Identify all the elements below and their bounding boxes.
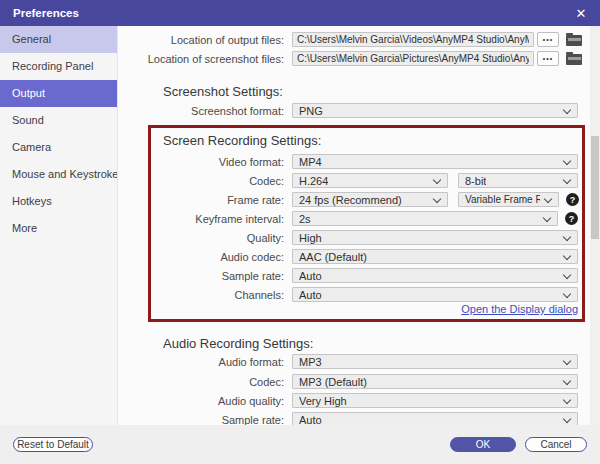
chevron-down-icon xyxy=(563,233,571,241)
browse-output-button[interactable]: ••• xyxy=(537,32,559,47)
sample-rate-row: Sample rate: Auto xyxy=(118,268,578,283)
audio-rec-codec-row: Codec: MP3 (Default) xyxy=(118,374,578,389)
chevron-down-icon xyxy=(433,176,441,184)
channels-label: Channels: xyxy=(118,289,284,301)
audio-quality-label: Audio quality: xyxy=(118,395,284,407)
video-format-row: Video format: MP4 xyxy=(118,154,578,169)
chevron-down-icon xyxy=(563,271,571,279)
sidebar-item-camera[interactable]: Camera xyxy=(0,134,117,161)
keyframe-interval-help-icon[interactable]: ? xyxy=(565,212,578,225)
output-settings-panel: Location of output files: ••• Location o… xyxy=(118,26,600,425)
audio-sample-rate-dropdown[interactable]: Auto xyxy=(292,412,578,425)
frame-rate-row: Frame rate: 24 fps (Recommend) Variable … xyxy=(118,192,579,207)
audio-rec-codec-value: MP3 (Default) xyxy=(299,376,367,388)
audio-format-label: Audio format: xyxy=(118,356,284,368)
browse-screenshot-button[interactable]: ••• xyxy=(537,51,559,66)
keyframe-interval-row: Keyframe interval: 2s ? xyxy=(118,211,578,226)
audio-format-dropdown[interactable]: MP3 xyxy=(292,354,578,369)
ok-button[interactable]: OK xyxy=(450,437,516,452)
keyframe-interval-value: 2s xyxy=(299,213,311,225)
audio-format-row: Audio format: MP3 xyxy=(118,354,578,369)
chevron-down-icon xyxy=(563,176,571,184)
sample-rate-dropdown[interactable]: Auto xyxy=(292,268,578,283)
screenshot-format-dropdown[interactable]: PNG xyxy=(292,103,578,118)
chevron-down-icon xyxy=(433,195,441,203)
channels-dropdown[interactable]: Auto xyxy=(292,287,578,302)
output-location-label: Location of output files: xyxy=(118,34,284,46)
chevron-down-icon xyxy=(563,357,571,365)
chevron-down-icon xyxy=(543,214,551,222)
frame-rate-value: 24 fps (Recommend) xyxy=(299,194,402,206)
sidebar-item-general[interactable]: General xyxy=(0,26,117,53)
channels-row: Channels: Auto xyxy=(118,287,578,302)
video-format-value: MP4 xyxy=(299,156,322,168)
audio-sample-rate-value: Auto xyxy=(299,414,322,426)
video-format-dropdown[interactable]: MP4 xyxy=(292,154,578,169)
frame-rate-dropdown[interactable]: 24 fps (Recommend) xyxy=(292,192,448,207)
keyframe-interval-dropdown[interactable]: 2s xyxy=(292,211,558,226)
audio-codec-row: Audio codec: AAC (Default) xyxy=(118,249,578,264)
sample-rate-label: Sample rate: xyxy=(118,270,284,282)
audio-rec-codec-dropdown[interactable]: MP3 (Default) xyxy=(292,374,578,389)
audio-sample-rate-label: Sample rate: xyxy=(118,414,284,426)
keyframe-interval-label: Keyframe interval: xyxy=(118,213,284,225)
quality-row: Quality: High xyxy=(118,230,578,245)
sidebar-item-mouse-and-keystroke[interactable]: Mouse and Keystroke xyxy=(0,161,117,188)
sidebar-item-sound[interactable]: Sound xyxy=(0,107,117,134)
open-screenshot-folder-icon[interactable] xyxy=(566,54,582,65)
video-format-label: Video format: xyxy=(118,156,284,168)
preferences-dialog: Preferences ✕ General Recording Panel Ou… xyxy=(0,0,600,464)
codec-label: Codec: xyxy=(118,175,284,187)
sidebar-item-more[interactable]: More xyxy=(0,215,117,242)
sidebar-item-output[interactable]: Output xyxy=(0,80,117,107)
chevron-down-icon xyxy=(563,106,571,114)
scrollbar-thumb[interactable] xyxy=(591,136,599,239)
audio-codec-value: AAC (Default) xyxy=(299,251,367,263)
sidebar: General Recording Panel Output Sound Cam… xyxy=(0,26,118,425)
frame-rate-mode-dropdown[interactable]: Variable Frame Rate xyxy=(458,192,559,207)
sample-rate-value: Auto xyxy=(299,270,322,282)
chevron-down-icon xyxy=(563,290,571,298)
output-location-row: Location of output files: ••• xyxy=(118,32,582,47)
frame-rate-mode-value: Variable Frame Rate xyxy=(465,194,540,205)
channels-value: Auto xyxy=(299,289,322,301)
open-output-folder-icon[interactable] xyxy=(566,35,582,46)
audio-quality-dropdown[interactable]: Very High xyxy=(292,393,578,408)
codec-dropdown[interactable]: H.264 xyxy=(292,173,448,188)
audio-codec-dropdown[interactable]: AAC (Default) xyxy=(292,249,578,264)
frame-rate-label: Frame rate: xyxy=(118,194,284,206)
quality-label: Quality: xyxy=(118,232,284,244)
screenshot-format-label: Screenshot format: xyxy=(118,105,284,117)
screenshot-settings-heading: Screenshot Settings: xyxy=(163,84,283,99)
dialog-title: Preferences xyxy=(0,7,79,19)
screenshot-location-label: Location of screenshot files: xyxy=(118,53,284,65)
output-location-field[interactable] xyxy=(292,32,534,47)
quality-value: High xyxy=(299,232,322,244)
audio-format-value: MP3 xyxy=(299,356,322,368)
cancel-button[interactable]: Cancel xyxy=(525,437,587,452)
audio-sample-rate-row: Sample rate: Auto xyxy=(118,412,578,425)
frame-rate-help-icon[interactable]: ? xyxy=(566,193,579,206)
audio-quality-value: Very High xyxy=(299,395,347,407)
bit-depth-value: 8-bit xyxy=(465,175,486,187)
audio-codec-label: Audio codec: xyxy=(118,251,284,263)
open-display-dialog-link[interactable]: Open the Display dialog xyxy=(461,303,578,315)
chevron-down-icon xyxy=(563,396,571,404)
reset-to-default-button[interactable]: Reset to Default xyxy=(13,437,93,452)
codec-value: H.264 xyxy=(299,175,328,187)
chevron-down-icon xyxy=(563,157,571,165)
chevron-down-icon xyxy=(563,377,571,385)
audio-recording-settings-heading: Audio Recording Settings: xyxy=(163,336,313,351)
chevron-down-icon xyxy=(563,252,571,260)
screenshot-location-field[interactable] xyxy=(292,51,534,66)
scrollbar-track[interactable] xyxy=(590,26,600,425)
close-icon[interactable]: ✕ xyxy=(568,0,594,26)
screenshot-format-value: PNG xyxy=(299,105,323,117)
quality-dropdown[interactable]: High xyxy=(292,230,578,245)
bit-depth-dropdown[interactable]: 8-bit xyxy=(458,173,578,188)
titlebar: Preferences ✕ xyxy=(0,0,600,26)
sidebar-item-hotkeys[interactable]: Hotkeys xyxy=(0,188,117,215)
audio-rec-codec-label: Codec: xyxy=(118,376,284,388)
screenshot-format-row: Screenshot format: PNG xyxy=(118,103,578,118)
sidebar-item-recording-panel[interactable]: Recording Panel xyxy=(0,53,117,80)
